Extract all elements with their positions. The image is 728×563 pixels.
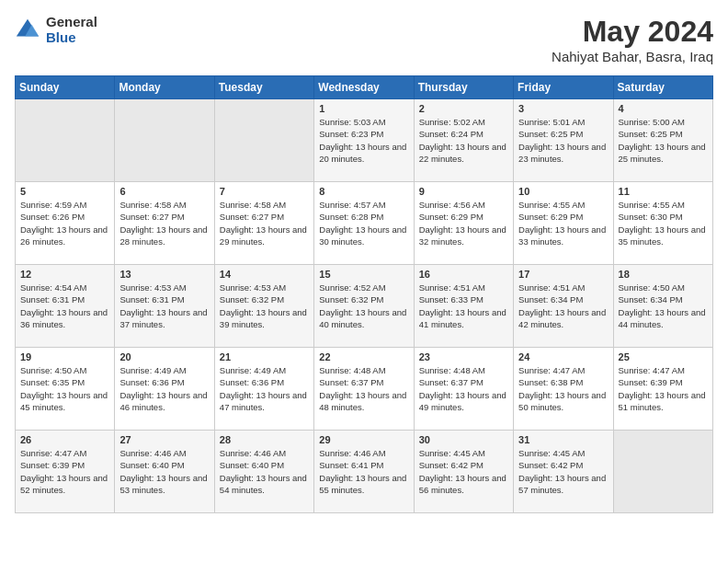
day-number: 22: [319, 351, 408, 362]
calendar-cell: 1Sunrise: 5:03 AMSunset: 6:23 PMDaylight…: [314, 99, 414, 182]
calendar-cell: 29Sunrise: 4:46 AMSunset: 6:41 PMDayligh…: [314, 431, 414, 513]
day-number: 29: [319, 434, 408, 445]
day-info: Sunrise: 4:46 AMSunset: 6:40 PMDaylight:…: [119, 447, 209, 496]
day-info: Sunrise: 4:53 AMSunset: 6:31 PMDaylight:…: [119, 282, 209, 330]
calendar-cell: 10Sunrise: 4:55 AMSunset: 6:29 PMDayligh…: [514, 182, 613, 265]
calendar-cell: 16Sunrise: 4:51 AMSunset: 6:33 PMDayligh…: [414, 265, 513, 348]
page-header: General Blue May 2024 Nahiyat Bahar, Bas…: [15, 15, 713, 64]
day-info: Sunrise: 4:47 AMSunset: 6:39 PMDaylight:…: [619, 364, 708, 413]
day-info: Sunrise: 4:58 AMSunset: 6:27 PMDaylight:…: [119, 199, 209, 247]
weekday-header-thursday: Thursday: [414, 76, 513, 99]
calendar-cell: 4Sunrise: 5:00 AMSunset: 6:25 PMDaylight…: [613, 99, 712, 182]
day-info: Sunrise: 4:45 AMSunset: 6:42 PMDaylight:…: [419, 447, 508, 496]
day-number: 3: [518, 103, 608, 114]
day-info: Sunrise: 5:01 AMSunset: 6:25 PMDaylight:…: [518, 116, 608, 165]
weekday-header-friday: Friday: [514, 76, 613, 99]
day-number: 17: [518, 269, 608, 280]
calendar-cell: 3Sunrise: 5:01 AMSunset: 6:25 PMDaylight…: [514, 99, 613, 182]
calendar-cell: 8Sunrise: 4:57 AMSunset: 6:28 PMDaylight…: [314, 182, 414, 265]
calendar-cell: 9Sunrise: 4:56 AMSunset: 6:29 PMDaylight…: [414, 182, 513, 265]
day-number: 11: [619, 186, 708, 197]
day-info: Sunrise: 4:45 AMSunset: 6:42 PMDaylight:…: [518, 447, 608, 496]
day-info: Sunrise: 4:58 AMSunset: 6:27 PMDaylight:…: [220, 199, 309, 247]
day-info: Sunrise: 4:51 AMSunset: 6:34 PMDaylight:…: [518, 282, 608, 330]
weekday-header-tuesday: Tuesday: [214, 76, 313, 99]
calendar-cell: 17Sunrise: 4:51 AMSunset: 6:34 PMDayligh…: [514, 265, 613, 348]
day-number: 6: [119, 186, 209, 197]
day-info: Sunrise: 4:57 AMSunset: 6:28 PMDaylight:…: [319, 199, 408, 247]
day-number: 5: [20, 186, 109, 197]
day-number: 9: [419, 186, 508, 197]
calendar-week-row: 19Sunrise: 4:50 AMSunset: 6:35 PMDayligh…: [16, 348, 713, 431]
day-info: Sunrise: 4:48 AMSunset: 6:37 PMDaylight:…: [419, 364, 508, 413]
day-number: 10: [518, 186, 608, 197]
day-info: Sunrise: 4:53 AMSunset: 6:32 PMDaylight:…: [220, 282, 309, 330]
day-info: Sunrise: 4:50 AMSunset: 6:34 PMDaylight:…: [619, 282, 708, 330]
calendar-week-row: 12Sunrise: 4:54 AMSunset: 6:31 PMDayligh…: [16, 265, 713, 348]
day-number: 19: [20, 351, 109, 362]
day-info: Sunrise: 5:00 AMSunset: 6:25 PMDaylight:…: [619, 116, 708, 165]
day-info: Sunrise: 4:55 AMSunset: 6:30 PMDaylight:…: [619, 199, 708, 247]
calendar-title: May 2024: [552, 15, 713, 49]
logo-general-text: General: [46, 15, 97, 30]
day-number: 21: [220, 351, 309, 362]
logo: General Blue: [15, 15, 97, 45]
calendar-cell: 15Sunrise: 4:52 AMSunset: 6:32 PMDayligh…: [314, 265, 414, 348]
calendar-cell: 31Sunrise: 4:45 AMSunset: 6:42 PMDayligh…: [514, 431, 613, 513]
day-number: 14: [220, 269, 309, 280]
calendar-week-row: 26Sunrise: 4:47 AMSunset: 6:39 PMDayligh…: [16, 431, 713, 513]
day-number: 8: [319, 186, 408, 197]
calendar-cell: 6Sunrise: 4:58 AMSunset: 6:27 PMDaylight…: [115, 182, 214, 265]
day-number: 30: [419, 434, 508, 445]
calendar-cell: 27Sunrise: 4:46 AMSunset: 6:40 PMDayligh…: [115, 431, 214, 513]
calendar-cell: [613, 431, 712, 513]
day-info: Sunrise: 4:55 AMSunset: 6:29 PMDaylight:…: [518, 199, 608, 247]
logo-text: General Blue: [46, 15, 97, 45]
calendar-cell: 2Sunrise: 5:02 AMSunset: 6:24 PMDaylight…: [414, 99, 513, 182]
day-number: 27: [119, 434, 209, 445]
title-block: May 2024 Nahiyat Bahar, Basra, Iraq: [552, 15, 713, 64]
day-number: 12: [20, 269, 109, 280]
day-info: Sunrise: 4:46 AMSunset: 6:41 PMDaylight:…: [319, 447, 408, 496]
day-info: Sunrise: 5:02 AMSunset: 6:24 PMDaylight:…: [419, 116, 508, 165]
day-number: 1: [319, 103, 408, 114]
calendar-cell: 28Sunrise: 4:46 AMSunset: 6:40 PMDayligh…: [214, 431, 313, 513]
day-number: 16: [419, 269, 508, 280]
calendar-cell: 18Sunrise: 4:50 AMSunset: 6:34 PMDayligh…: [613, 265, 712, 348]
calendar-cell: 20Sunrise: 4:49 AMSunset: 6:36 PMDayligh…: [115, 348, 214, 431]
calendar-cell: 14Sunrise: 4:53 AMSunset: 6:32 PMDayligh…: [214, 265, 313, 348]
calendar-cell: 19Sunrise: 4:50 AMSunset: 6:35 PMDayligh…: [16, 348, 115, 431]
calendar-week-row: 5Sunrise: 4:59 AMSunset: 6:26 PMDaylight…: [16, 182, 713, 265]
day-number: 4: [619, 103, 708, 114]
day-number: 31: [518, 434, 608, 445]
calendar-cell: 25Sunrise: 4:47 AMSunset: 6:39 PMDayligh…: [613, 348, 712, 431]
calendar-week-row: 1Sunrise: 5:03 AMSunset: 6:23 PMDaylight…: [16, 99, 713, 182]
day-info: Sunrise: 4:48 AMSunset: 6:37 PMDaylight:…: [319, 364, 408, 413]
day-number: 26: [20, 434, 109, 445]
calendar-cell: 5Sunrise: 4:59 AMSunset: 6:26 PMDaylight…: [16, 182, 115, 265]
calendar-cell: [214, 99, 313, 182]
calendar-cell: [16, 99, 115, 182]
day-number: 23: [419, 351, 508, 362]
calendar-cell: 22Sunrise: 4:48 AMSunset: 6:37 PMDayligh…: [314, 348, 414, 431]
day-number: 7: [220, 186, 309, 197]
weekday-header-monday: Monday: [115, 76, 214, 99]
day-info: Sunrise: 4:56 AMSunset: 6:29 PMDaylight:…: [419, 199, 508, 247]
calendar-cell: 13Sunrise: 4:53 AMSunset: 6:31 PMDayligh…: [115, 265, 214, 348]
calendar-cell: [115, 99, 214, 182]
calendar-location: Nahiyat Bahar, Basra, Iraq: [552, 49, 713, 64]
day-info: Sunrise: 4:59 AMSunset: 6:26 PMDaylight:…: [20, 199, 109, 247]
calendar-cell: 24Sunrise: 4:47 AMSunset: 6:38 PMDayligh…: [514, 348, 613, 431]
day-info: Sunrise: 4:46 AMSunset: 6:40 PMDaylight:…: [220, 447, 309, 496]
day-info: Sunrise: 4:47 AMSunset: 6:39 PMDaylight:…: [20, 447, 109, 496]
weekday-header-wednesday: Wednesday: [314, 76, 414, 99]
calendar-cell: 23Sunrise: 4:48 AMSunset: 6:37 PMDayligh…: [414, 348, 513, 431]
calendar-cell: 30Sunrise: 4:45 AMSunset: 6:42 PMDayligh…: [414, 431, 513, 513]
day-info: Sunrise: 4:49 AMSunset: 6:36 PMDaylight:…: [119, 364, 209, 413]
day-info: Sunrise: 4:52 AMSunset: 6:32 PMDaylight:…: [319, 282, 408, 330]
calendar-table: SundayMondayTuesdayWednesdayThursdayFrid…: [15, 75, 713, 513]
day-info: Sunrise: 4:49 AMSunset: 6:36 PMDaylight:…: [220, 364, 309, 413]
day-info: Sunrise: 4:51 AMSunset: 6:33 PMDaylight:…: [419, 282, 508, 330]
day-number: 25: [619, 351, 708, 362]
calendar-cell: 11Sunrise: 4:55 AMSunset: 6:30 PMDayligh…: [613, 182, 712, 265]
